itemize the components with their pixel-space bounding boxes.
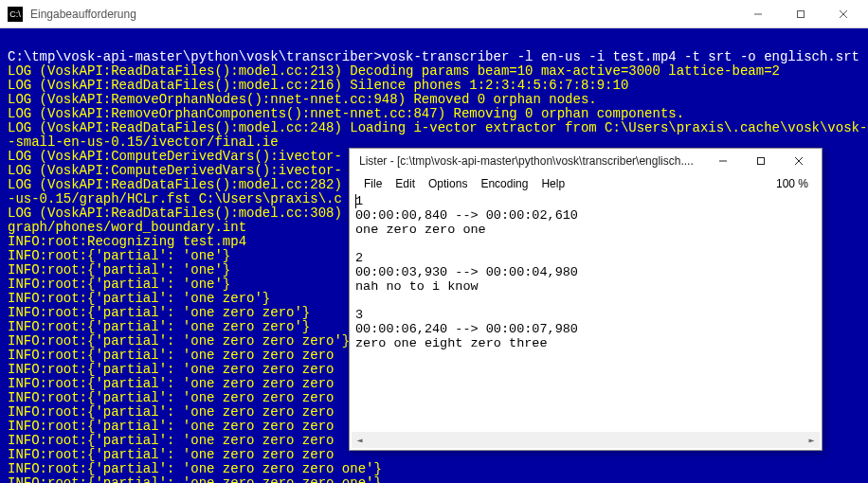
menu-help[interactable]: Help [534, 177, 571, 190]
menu-file[interactable]: File [357, 177, 389, 190]
close-button[interactable] [780, 150, 818, 172]
lister-percent: 100 % [776, 177, 814, 190]
maximize-button[interactable] [742, 150, 780, 172]
menu-options[interactable]: Options [422, 177, 474, 190]
maximize-button[interactable] [779, 0, 822, 28]
lister-scrollbar[interactable]: ◄ ► [352, 432, 820, 448]
minimize-button[interactable] [704, 150, 742, 172]
lister-body[interactable]: 1 00:00:00,840 --> 00:00:02,610 one zero… [352, 194, 820, 431]
menu-edit[interactable]: Edit [389, 177, 422, 190]
svg-rect-5 [758, 158, 765, 165]
lister-content: 1 00:00:00,840 --> 00:00:02,610 one zero… [355, 194, 816, 350]
lister-window-controls [704, 150, 818, 172]
lister-titlebar[interactable]: Lister - [c:\tmp\vosk-api-master\python\… [350, 149, 822, 173]
minimize-button[interactable] [736, 0, 779, 28]
cmd-title: Eingabeaufforderung [30, 8, 736, 21]
lister-title: Lister - [c:\tmp\vosk-api-master\python\… [359, 154, 704, 168]
lister-menubar: File Edit Options Encoding Help 100 % [350, 173, 822, 194]
lister-window[interactable]: Lister - [c:\tmp\vosk-api-master\python\… [349, 148, 823, 451]
scroll-left-icon[interactable]: ◄ [352, 432, 368, 448]
menu-encoding[interactable]: Encoding [474, 177, 534, 190]
svg-rect-1 [797, 10, 804, 17]
scroll-right-icon[interactable]: ► [804, 432, 820, 448]
cmd-icon: C:\ [8, 7, 23, 22]
cmd-titlebar[interactable]: C:\ Eingabeaufforderung [0, 0, 868, 28]
cmd-window-controls [736, 0, 864, 28]
close-button[interactable] [822, 0, 864, 28]
